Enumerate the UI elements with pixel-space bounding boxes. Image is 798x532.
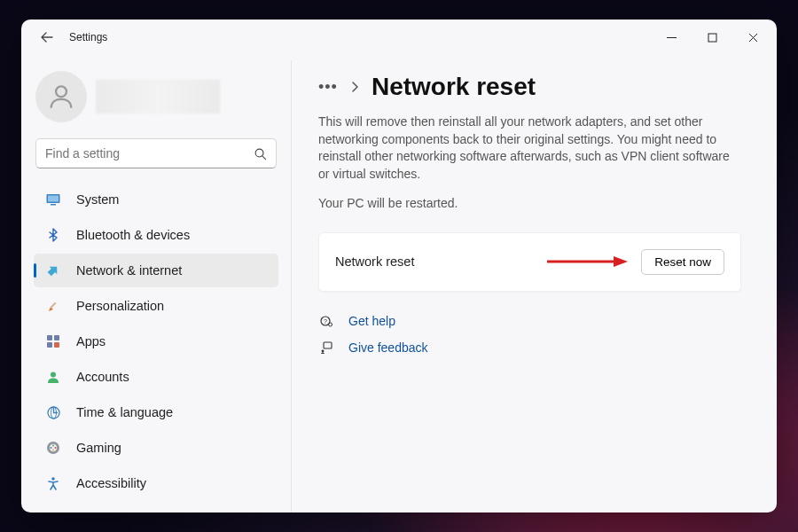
globe-clock-icon [44, 403, 62, 421]
breadcrumb: ••• Network reset [318, 73, 741, 101]
sidebar-item-label: Personalization [76, 299, 164, 313]
svg-point-20 [51, 477, 55, 481]
close-button[interactable] [732, 22, 773, 52]
svg-rect-4 [48, 196, 59, 202]
gaming-icon [44, 439, 62, 457]
svg-point-17 [51, 447, 52, 449]
card-label: Network reset [335, 254, 414, 269]
page-description: This will remove then reinstall all your… [318, 113, 741, 183]
page-title: Network reset [372, 73, 536, 101]
display-icon [44, 191, 62, 208]
sidebar-item-time-language[interactable]: Time & language [34, 395, 278, 429]
avatar [35, 71, 87, 122]
feedback-icon [318, 340, 334, 356]
svg-point-1 [56, 86, 66, 97]
svg-point-2 [255, 149, 263, 157]
svg-point-19 [52, 450, 54, 451]
sidebar-item-label: Accessibility [76, 476, 146, 490]
close-icon [748, 33, 758, 43]
svg-rect-26 [324, 342, 332, 348]
titlebar: Settings [21, 20, 777, 55]
svg-rect-9 [47, 342, 52, 348]
svg-point-25 [329, 323, 332, 326]
sidebar-item-network[interactable]: Network & internet [34, 254, 278, 287]
window-title: Settings [69, 31, 107, 43]
sidebar-item-gaming[interactable]: Gaming [34, 431, 278, 465]
bluetooth-icon [44, 226, 62, 244]
svg-rect-7 [47, 335, 52, 340]
restart-note: Your PC will be restarted. [318, 195, 741, 213]
svg-rect-8 [54, 335, 59, 340]
get-help-link[interactable]: Get help [348, 314, 395, 328]
arrow-left-icon [40, 30, 54, 44]
svg-text:?: ? [324, 318, 327, 325]
reset-now-button[interactable]: Reset now [641, 249, 724, 275]
apps-icon [44, 332, 62, 350]
svg-point-11 [51, 372, 56, 378]
sidebar-item-label: Bluetooth & devices [76, 228, 190, 242]
minimize-icon [667, 33, 677, 43]
person-icon [46, 82, 76, 112]
feedback-link-row: Give feedback [318, 340, 741, 356]
annotation-arrow [414, 254, 641, 270]
user-profile-row[interactable] [35, 71, 278, 122]
search-box[interactable] [35, 138, 277, 168]
help-link-row: ? Get help [318, 313, 741, 329]
sidebar-item-accessibility[interactable]: Accessibility [34, 466, 278, 500]
sidebar-item-accounts[interactable]: Accounts [34, 360, 278, 394]
sidebar-item-label: System [76, 192, 119, 207]
back-button[interactable] [35, 26, 59, 49]
svg-rect-0 [708, 34, 716, 42]
body: System Bluetooth & devices Network & int… [21, 55, 777, 512]
accounts-icon [44, 368, 62, 386]
sidebar: System Bluetooth & devices Network & int… [21, 55, 287, 512]
sidebar-item-label: Accounts [76, 370, 129, 384]
maximize-icon [708, 33, 717, 43]
accessibility-icon [44, 474, 62, 492]
search-input[interactable] [45, 146, 254, 160]
sidebar-item-personalization[interactable]: Personalization [34, 289, 278, 323]
give-feedback-link[interactable]: Give feedback [348, 340, 428, 355]
network-icon [44, 262, 62, 279]
svg-rect-10 [54, 342, 59, 348]
sidebar-item-apps[interactable]: Apps [34, 325, 278, 358]
sidebar-item-label: Time & language [76, 405, 173, 419]
search-icon [254, 147, 267, 160]
settings-window: Settings [21, 20, 777, 512]
svg-rect-6 [50, 301, 56, 308]
content: ••• Network reset This will remove then … [291, 60, 777, 512]
sidebar-item-label: Network & internet [76, 263, 182, 278]
svg-rect-5 [51, 204, 56, 206]
svg-point-16 [52, 445, 54, 447]
breadcrumb-ellipsis[interactable]: ••• [318, 78, 338, 97]
svg-point-18 [55, 447, 57, 449]
network-reset-card: Network reset Reset now [318, 232, 741, 292]
svg-marker-22 [614, 256, 628, 267]
svg-point-27 [322, 350, 325, 353]
sidebar-item-label: Apps [76, 334, 106, 348]
sidebar-item-label: Gaming [76, 441, 121, 455]
window-controls [651, 22, 773, 52]
help-icon: ? [318, 313, 334, 329]
maximize-button[interactable] [692, 22, 732, 52]
username-placeholder [96, 80, 220, 113]
minimize-button[interactable] [651, 22, 692, 52]
sidebar-nav: System Bluetooth & devices Network & int… [34, 183, 278, 500]
sidebar-item-system[interactable]: System [34, 183, 278, 216]
sidebar-item-bluetooth[interactable]: Bluetooth & devices [34, 218, 278, 252]
chevron-right-icon [350, 81, 359, 93]
paintbrush-icon [44, 297, 62, 315]
